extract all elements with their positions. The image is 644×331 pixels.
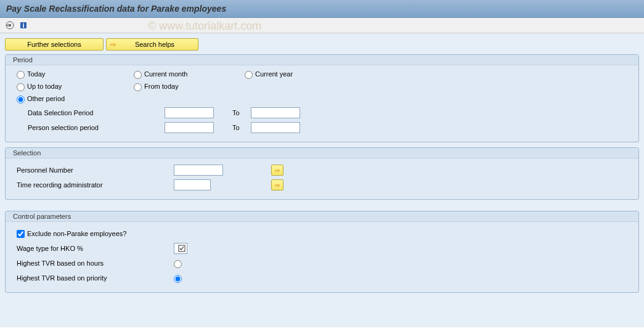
toolbar: i: [0, 18, 644, 33]
radio-other-period[interactable]: Other period: [17, 94, 134, 104]
radio-up-to-today-label: Up to today: [27, 83, 62, 90]
data-selection-from-input[interactable]: [165, 107, 214, 118]
radio-up-to-today[interactable]: Up to today: [17, 81, 134, 91]
exclude-non-parake-checkbox[interactable]: Exclude non-Parake employees?: [17, 228, 126, 240]
radio-current-year[interactable]: Current year: [245, 69, 337, 79]
radio-current-year-label: Current year: [255, 70, 293, 78]
content-area: Further selections ⇨ Search helps Period…: [0, 33, 644, 327]
value-help-icon: [178, 245, 185, 252]
person-selection-period-label: Person selection period: [17, 124, 165, 131]
radio-current-month-label: Current month: [144, 70, 187, 78]
svg-point-1: [9, 24, 11, 27]
svg-text:i: i: [22, 22, 24, 29]
wage-type-hko-input[interactable]: [174, 243, 187, 254]
radio-from-today-label: From today: [144, 83, 179, 90]
person-selection-from-input[interactable]: [165, 122, 214, 133]
to-label-2: To: [232, 124, 251, 131]
info-icon[interactable]: i: [18, 20, 28, 30]
radio-today[interactable]: Today: [17, 69, 134, 79]
personnel-number-multi-button[interactable]: ⇨: [271, 165, 283, 176]
period-group-title: Period: [6, 55, 638, 65]
personnel-number-label: Personnel Number: [17, 166, 174, 174]
data-selection-period-label: Data Selection Period: [17, 109, 165, 116]
selection-group: Selection Personnel Number ⇨ Time record…: [5, 147, 639, 200]
selection-group-title: Selection: [6, 148, 638, 158]
time-recording-admin-label: Time recording administrator: [17, 181, 174, 189]
further-selections-label: Further selections: [27, 41, 81, 48]
exclude-non-parake-label: Exclude non-Parake employees?: [27, 230, 126, 237]
highest-tvr-hours-radio[interactable]: [174, 260, 182, 268]
page-title: Pay Scale Reclassification data for Para…: [0, 0, 644, 18]
personnel-number-input[interactable]: [174, 165, 223, 176]
highest-tvr-priority-label: Highest TVR based on priority: [17, 274, 174, 282]
to-label-1: To: [232, 109, 251, 116]
search-helps-label: Search helps: [135, 41, 174, 48]
radio-current-month[interactable]: Current month: [134, 69, 245, 79]
period-group: Period Today Current month Current year …: [5, 54, 639, 142]
arrow-right-icon: ⇨: [110, 41, 116, 49]
execute-icon[interactable]: [5, 20, 15, 30]
highest-tvr-priority-radio[interactable]: [174, 275, 182, 283]
radio-today-label: Today: [27, 70, 45, 78]
person-selection-to-input[interactable]: [251, 122, 300, 133]
time-recording-admin-input[interactable]: [174, 179, 211, 190]
control-parameters-group: Control parameters Exclude non-Parake em…: [5, 211, 639, 293]
further-selections-button[interactable]: Further selections: [5, 38, 104, 51]
highest-tvr-hours-label: Highest TVR based on hours: [17, 259, 174, 267]
search-helps-button[interactable]: ⇨ Search helps: [106, 38, 198, 51]
time-recording-admin-multi-button[interactable]: ⇨: [271, 179, 283, 190]
data-selection-to-input[interactable]: [251, 107, 300, 118]
button-row: Further selections ⇨ Search helps: [5, 38, 639, 51]
wage-type-hko-label: Wage type for HKO %: [17, 245, 174, 252]
control-parameters-title: Control parameters: [6, 211, 638, 222]
radio-other-period-label: Other period: [27, 95, 65, 102]
radio-from-today[interactable]: From today: [134, 81, 245, 91]
